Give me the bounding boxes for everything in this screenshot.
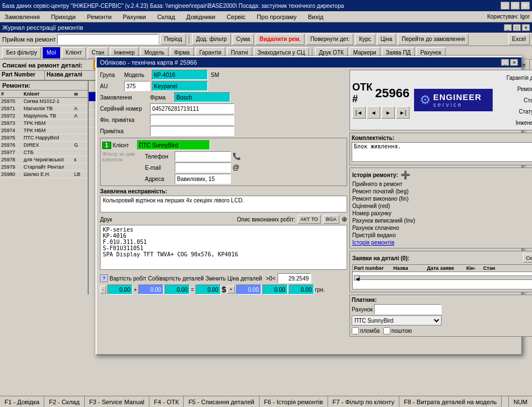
repair-row-1[interactable]: 25971 Магнолія ТВ А bbox=[0, 105, 88, 112]
vidality-button[interactable]: Видалити рем. bbox=[256, 34, 304, 45]
modal-close[interactable]: ✕ bbox=[510, 59, 518, 66]
cost2-input[interactable] bbox=[138, 284, 163, 295]
repair-row-7[interactable]: 25977 СТБ bbox=[0, 149, 88, 156]
au-input[interactable] bbox=[124, 81, 150, 91]
menu-remonty[interactable]: Ремонти bbox=[85, 13, 114, 21]
serial-input[interactable] bbox=[150, 103, 234, 114]
cost4-input[interactable] bbox=[195, 284, 221, 295]
cost5-input[interactable] bbox=[236, 284, 261, 295]
cost-help-icon[interactable]: ? bbox=[100, 274, 108, 282]
komplektnist-textarea[interactable]: Блок живлення. bbox=[352, 142, 532, 162]
repair-row-9[interactable]: 25979 Старлайт Рентал bbox=[0, 164, 88, 171]
repair-row-8[interactable]: 25978 для Чернігівської к bbox=[0, 156, 88, 164]
repair-row-10[interactable]: 25980 Шилко Е.Н. LB bbox=[0, 171, 88, 178]
period-button[interactable]: Період bbox=[160, 34, 186, 45]
repair-row-3[interactable]: 25973 ТРК НБМ bbox=[0, 120, 88, 127]
status-f4[interactable]: F4 - ОТК bbox=[149, 396, 184, 407]
minus-button[interactable]: - bbox=[100, 286, 106, 293]
plus-button[interactable]: + bbox=[227, 286, 234, 293]
complaint-text[interactable]: Кольоровий відтінок на перших 4х секціях… bbox=[100, 196, 347, 212]
status-f3[interactable]: F3 - Service Manual bbox=[85, 396, 149, 407]
dod-filter-button[interactable]: Дод. фільтр bbox=[192, 34, 230, 45]
inner-maximize-button[interactable]: □ bbox=[513, 24, 521, 31]
col-part-number: Part Number bbox=[0, 71, 45, 80]
brand-input[interactable] bbox=[152, 81, 208, 91]
otk-prev-button[interactable]: ◄ bbox=[367, 106, 380, 119]
poshta-checkbox[interactable] bbox=[383, 327, 390, 334]
menu-servis[interactable]: Сервіс bbox=[224, 13, 248, 21]
expand-icon[interactable]: ⊕ bbox=[342, 215, 347, 223]
sum-input[interactable] bbox=[278, 273, 311, 283]
plomba-checkbox[interactable] bbox=[352, 327, 359, 334]
repair-row-5[interactable]: 25975 ПТС HappyBird bbox=[0, 134, 88, 142]
menu-pryhody[interactable]: Приходи bbox=[49, 13, 78, 21]
menu-pro-programu[interactable]: Про програму bbox=[254, 13, 299, 21]
modal-window: Обліково - технічна карта # 25966 _ ✕ Гр… bbox=[96, 56, 522, 355]
phone-input[interactable] bbox=[175, 151, 231, 161]
minimize-button[interactable]: _ bbox=[501, 2, 510, 10]
cost3-input[interactable] bbox=[165, 284, 190, 295]
status-f6[interactable]: F6 - Історія ремонтів bbox=[260, 396, 328, 407]
status-f5[interactable]: F5 - Списання деталей bbox=[184, 396, 259, 407]
klient-button[interactable]: Клієнт bbox=[62, 47, 86, 58]
otk-next-button[interactable]: ► bbox=[381, 106, 395, 119]
repair-row-6[interactable]: 25976 DIREX G bbox=[0, 142, 88, 149]
repair-id-3: 25973 bbox=[1, 120, 24, 126]
menu-sklad[interactable]: Склад bbox=[155, 13, 178, 21]
add-history-icon[interactable]: ➕ bbox=[401, 170, 410, 179]
moi-button[interactable]: Мої bbox=[43, 47, 60, 58]
pochat-label: Ремонт початий (beg) bbox=[352, 188, 408, 195]
status-f1[interactable]: F1 - Довідка bbox=[0, 396, 44, 407]
period-input[interactable] bbox=[57, 34, 158, 44]
stan-row: Стан bbox=[497, 95, 532, 105]
inner-close-button[interactable]: ✕ bbox=[522, 24, 530, 31]
firma-input[interactable] bbox=[174, 92, 230, 102]
akt-to-button[interactable]: АКТ ТО bbox=[298, 215, 321, 224]
repair-row-2[interactable]: 25972 Маріуполь ТВ А bbox=[0, 112, 88, 120]
povernyt-button[interactable]: Повернути дет. bbox=[306, 34, 353, 45]
pereity-button[interactable]: Перейти до замовлення bbox=[398, 34, 469, 45]
menu-vykhid[interactable]: Вихід bbox=[306, 13, 326, 21]
history-link[interactable]: Історія ремонтів bbox=[352, 239, 394, 246]
kurs-button[interactable]: Курс bbox=[355, 34, 375, 45]
cost7-input[interactable] bbox=[289, 284, 314, 295]
phone-icon[interactable]: 📞 bbox=[233, 152, 241, 160]
prim-input[interactable] bbox=[150, 126, 234, 136]
maximize-button[interactable]: □ bbox=[511, 2, 520, 10]
modal-minimize[interactable]: _ bbox=[501, 59, 509, 66]
cost6-input[interactable] bbox=[262, 284, 288, 295]
status-f2[interactable]: F2 - Склад bbox=[44, 396, 84, 407]
status-f8[interactable]: F8 - Витрата деталей на модель bbox=[399, 396, 502, 407]
email-input[interactable] bbox=[175, 162, 231, 173]
bez-filtru-button[interactable]: Без фільтру bbox=[2, 47, 41, 58]
work-textarea[interactable]: KP-series KP-4016 F.01U.311.051 S-F01U31… bbox=[100, 225, 347, 270]
otk-last-button[interactable]: ►| bbox=[396, 106, 410, 119]
scroll-left-icon[interactable]: ◄ bbox=[354, 275, 360, 281]
status-row: Статус bbox=[497, 106, 532, 116]
modal-title-text: Обліково - технічна карта # 25966 bbox=[100, 59, 197, 66]
fn-prim-input[interactable] bbox=[150, 115, 234, 125]
otk-first-button[interactable]: |◄ bbox=[352, 106, 366, 119]
email-icon[interactable]: @ bbox=[233, 164, 239, 171]
sklad-button[interactable]: Склад? bbox=[523, 254, 532, 263]
model-input[interactable] bbox=[152, 70, 208, 80]
menu-zamovlennia[interactable]: Замовлення bbox=[2, 13, 42, 21]
rakhunok-input[interactable] bbox=[374, 304, 442, 314]
adresa-input[interactable] bbox=[175, 174, 231, 184]
cost1-input[interactable] bbox=[107, 284, 133, 295]
excel-button[interactable]: Excel bbox=[508, 34, 530, 45]
menu-dovidnyky[interactable]: Довідники bbox=[184, 13, 218, 21]
col-hash: # bbox=[1, 91, 24, 97]
inner-minimize-button[interactable]: _ bbox=[504, 24, 512, 31]
status-f7[interactable]: F7 - Фільтр по клієнту bbox=[328, 396, 399, 407]
repair-row-0[interactable]: 25970 Сигма М1012-1 bbox=[0, 98, 88, 105]
payer-select[interactable]: ПТС SunnyBird ПТС SunnyBird bbox=[352, 315, 442, 325]
suma-button[interactable]: Сума bbox=[233, 34, 254, 45]
repair-row-4[interactable]: 25974 ТРК НБМ bbox=[0, 127, 88, 134]
checkboxes-row: пломба поштою bbox=[352, 327, 532, 334]
client-input[interactable] bbox=[137, 140, 210, 150]
close-button[interactable]: ✕ bbox=[521, 2, 530, 10]
menu-rakhunky[interactable]: Рахунки bbox=[121, 13, 148, 21]
tsina-button[interactable]: Ціна bbox=[377, 34, 397, 45]
bga-button[interactable]: BGA bbox=[323, 215, 339, 224]
